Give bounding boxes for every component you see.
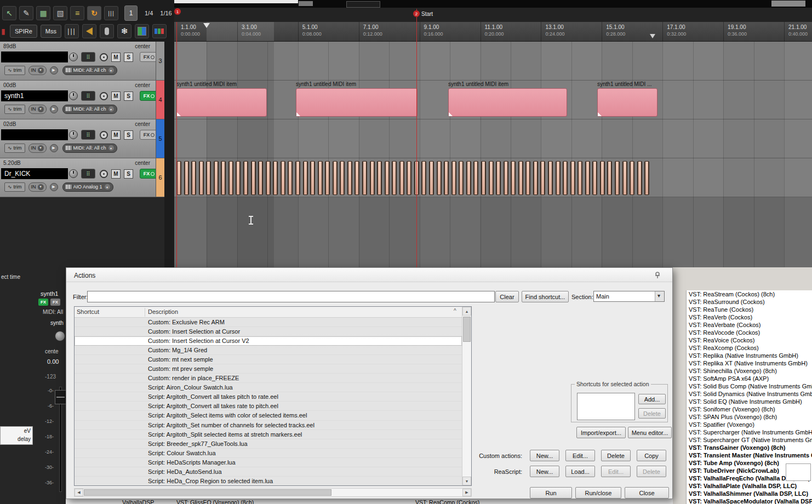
run-button[interactable]: Run	[530, 487, 572, 499]
vst-row[interactable]: VST: Replika XT (Native Instruments GmbH…	[687, 359, 812, 367]
select-tool-icon[interactable]	[2, 6, 16, 20]
kick-item[interactable]	[385, 161, 390, 195]
clear-button[interactable]: Clear	[495, 291, 519, 302]
input-selector[interactable]: AIO Analog 1▾	[62, 182, 113, 192]
vst-row[interactable]: VST: Solid EQ (Native Instruments GmbH)	[687, 398, 812, 405]
vst-row[interactable]: VST: ReaTune (Cockos)	[687, 306, 812, 313]
track-name-field[interactable]	[1, 129, 68, 140]
kick-item[interactable]	[489, 161, 494, 195]
kick-item[interactable]	[199, 161, 204, 195]
vst-row[interactable]: VST: Supercharger (Native Instruments Gm…	[687, 428, 812, 436]
marker-lane[interactable]	[174, 8, 812, 22]
kick-item[interactable]	[556, 161, 561, 195]
kick-item[interactable]	[451, 161, 456, 195]
midi-item-body[interactable]	[448, 88, 567, 117]
route-button[interactable]	[81, 91, 95, 101]
pin-icon[interactable]	[654, 271, 661, 279]
solo-button[interactable]: S	[124, 169, 133, 179]
midi-item[interactable]: synth1 untitled MIDI item	[448, 81, 567, 117]
kick-item[interactable]	[303, 161, 308, 195]
selection-start-marker[interactable]	[203, 23, 210, 28]
kick-item[interactable]	[176, 161, 181, 195]
fx-folder-label[interactable]: ValhallaDSP	[122, 499, 154, 504]
vst-row[interactable]: VST: ReaVoice (Cockos)	[687, 336, 812, 344]
vst-row[interactable]: VST: SPAN Plus (Voxengo) (8ch)	[687, 413, 812, 421]
pan-knob[interactable]	[55, 331, 65, 341]
action-row[interactable]: Script: Argitoth_Convert all takes pitch…	[75, 392, 462, 402]
pan-knob[interactable]	[69, 53, 78, 61]
kick-item[interactable]	[310, 161, 315, 195]
monitor-button[interactable]	[50, 105, 58, 113]
envelope-button[interactable]	[100, 92, 108, 100]
kick-item[interactable]	[399, 161, 404, 195]
kick-item[interactable]	[570, 161, 575, 195]
solo-button[interactable]: S	[124, 130, 133, 140]
column-description[interactable]: Description	[148, 308, 178, 315]
vst-row[interactable]: VST: ValhallaPlate (Valhalla DSP, LLC)	[687, 482, 812, 490]
kick-item[interactable]	[437, 161, 442, 195]
menu-editor-button[interactable]: Menu editor...	[628, 427, 672, 438]
grid-lines-icon[interactable]	[104, 6, 118, 20]
kick-item[interactable]	[496, 161, 501, 195]
solo-button[interactable]: S	[124, 53, 133, 62]
filter-input[interactable]	[87, 291, 495, 302]
mute-button[interactable]: M	[111, 91, 121, 101]
kick-item[interactable]	[644, 161, 649, 195]
action-row[interactable]: Custom: Insert Selection at Cursor	[75, 327, 462, 336]
reascript-load-button[interactable]: Load...	[565, 466, 595, 477]
track-number-strip[interactable]: 4	[156, 81, 164, 119]
fx-chip[interactable]: FX	[50, 299, 60, 306]
action-row[interactable]: Custom: Mg_1/4 Gred	[75, 346, 462, 355]
pan-knob[interactable]	[69, 169, 78, 178]
kick-item[interactable]	[459, 161, 464, 195]
vertical-scrollbar[interactable]	[462, 307, 471, 485]
marker-2-line[interactable]	[416, 9, 417, 268]
kick-item[interactable]	[592, 161, 597, 195]
kick-item[interactable]	[615, 161, 620, 195]
record-input-button[interactable]: IN	[28, 144, 47, 153]
track-number-strip[interactable]: 6	[156, 158, 164, 197]
marker-2[interactable]: 2 Start	[413, 10, 433, 17]
delete-shortcut-button[interactable]: Delete	[638, 408, 666, 419]
route-button[interactable]	[81, 52, 95, 62]
track-name-field[interactable]: Dr_KICK	[1, 168, 68, 179]
midi-item[interactable]: synth1 untitled MIDI ...	[597, 81, 657, 117]
track-name-field[interactable]: synth1	[1, 90, 68, 101]
track-header[interactable]: 89dBcenterMSFXtrimINMIDI: All: All ch▾3	[0, 42, 164, 81]
kick-item[interactable]	[548, 161, 553, 195]
mixer-track-name[interactable]: synth1	[41, 290, 58, 297]
kick-item[interactable]	[295, 161, 300, 195]
vst-row[interactable]: VST: ReaXcomp (Cockos)	[687, 344, 812, 352]
action-row[interactable]: Script: Argitoth_Set number of channels …	[75, 421, 462, 430]
vst-row[interactable]: VST: Transient Master (Native Instrument…	[687, 451, 812, 459]
action-row[interactable]: Custom: render in place_FREEZE	[75, 374, 462, 383]
reascript-edit-button[interactable]: Edit...	[601, 466, 631, 477]
kick-item[interactable]	[540, 161, 545, 195]
arrange-area[interactable]: 1.1.000:00.0003.1.000:04.0005.1.000:08.0…	[174, 8, 812, 268]
track-number-strip[interactable]: 3	[156, 42, 164, 80]
kick-item[interactable]	[362, 161, 367, 195]
vst-row[interactable]: VST: Replika (Native Instruments GmbH)	[687, 352, 812, 359]
vst-row[interactable]: VST: Sonifomer (Voxengo) (8ch)	[687, 405, 812, 413]
input-selector[interactable]: MIDI: All: All ch▾	[62, 105, 117, 114]
kick-item[interactable]	[518, 161, 523, 195]
track-header[interactable]: 02dBcenterMSFXtrimINMIDI: All: All ch▾5	[0, 119, 164, 158]
vst-row[interactable]: VST: ReaSurround (Cockos)	[687, 298, 812, 306]
ruler-marker-triangle[interactable]	[650, 34, 655, 38]
action-row[interactable]: Script: HeDa_Crop Region to selected ite…	[75, 477, 462, 485]
solo-button[interactable]: S	[124, 91, 133, 101]
mss-button[interactable]: Mss	[41, 25, 61, 38]
vst-row[interactable]: VST: Solid Bus Comp (Native Instruments …	[687, 382, 812, 390]
monitor-button[interactable]	[50, 183, 58, 191]
trim-button[interactable]: trim	[4, 144, 25, 153]
vst-row[interactable]: VST: Supercharger GT (Native Instruments…	[687, 436, 812, 444]
marquee-tool-icon[interactable]	[53, 6, 67, 20]
run-close-button[interactable]: Run/close	[575, 487, 621, 499]
midi-item[interactable]: synth1 untitled MIDI item	[296, 81, 418, 117]
fx-chip[interactable]: FX	[38, 299, 48, 306]
time-selection-ruler[interactable]	[207, 22, 274, 41]
column-shortcut[interactable]: Shortcut	[77, 308, 99, 315]
vst-row-partial[interactable]: VST: ReaComp (Cockos)	[415, 499, 479, 504]
meter-bars-icon[interactable]	[65, 24, 79, 38]
monitor-button[interactable]	[50, 144, 58, 152]
